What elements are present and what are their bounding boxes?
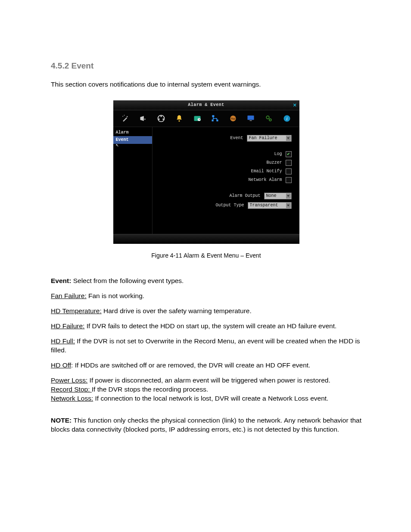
dialog-title: Alarm & Event [188, 102, 224, 108]
dialog-titlebar: Alarm & Event ✕ [113, 100, 299, 110]
buzzer-checkbox[interactable] [286, 160, 292, 166]
bell-icon[interactable] [174, 114, 184, 123]
label-network-alarm: Network Alarm [248, 177, 282, 183]
svg-point-4 [161, 115, 162, 117]
def-hd-off: HD Off: If HDDs are switched off or are … [51, 361, 361, 370]
globe-icon[interactable] [228, 114, 238, 123]
dialog-content: Event Fan Failure Log Buzzer Email Notif… [153, 127, 299, 234]
svg-text:i: i [286, 116, 287, 121]
svg-rect-10 [212, 115, 215, 117]
gears-icon[interactable] [264, 114, 274, 123]
svg-point-1 [124, 115, 125, 115]
label-buzzer: Buzzer [266, 160, 282, 166]
definitions: Event: Select from the following event t… [51, 277, 361, 403]
svg-point-6 [163, 118, 164, 120]
email-checkbox[interactable] [286, 168, 292, 174]
section-heading: 4.5.2 Event [51, 60, 361, 72]
event-dropdown[interactable]: Fan Failure [247, 135, 292, 142]
dialog-footer [113, 234, 299, 244]
def-power-loss: Power Loss: If power is disconnected, an… [51, 376, 361, 385]
label-event: Event [230, 135, 243, 141]
note-paragraph: NOTE: This function only checks the phys… [51, 416, 361, 434]
def-fan-failure: Fan Failure: Fan is not working. [51, 292, 361, 301]
svg-point-17 [269, 118, 271, 121]
info-icon[interactable]: i [282, 114, 292, 123]
sidebar-item-alarm[interactable]: Alarm [113, 129, 152, 137]
wand-icon[interactable] [121, 114, 130, 123]
def-event: Event: Select from the following event t… [51, 277, 361, 286]
label-alarm-output: Alarm Output [229, 193, 260, 199]
alarm-event-dialog: Alarm & Event ✕ i Alarm Event [113, 100, 299, 244]
log-checkbox[interactable] [286, 151, 292, 157]
svg-point-5 [159, 118, 160, 120]
reel-icon[interactable] [156, 114, 166, 123]
def-hd-failure: HD Failure: If DVR fails to detect the H… [51, 322, 361, 331]
sidebar-item-event[interactable]: Event [113, 136, 152, 144]
label-email: Email Notify [251, 168, 282, 174]
def-hd-full: HD Full: If the DVR is not set to Overwr… [51, 337, 361, 355]
figure-wrap: Alarm & Event ✕ i Alarm Event [51, 100, 361, 244]
label-log: Log [274, 151, 282, 157]
monitor-icon[interactable] [246, 114, 255, 123]
dialog-body: Alarm Event ↖ Event Fan Failure Log Buzz… [113, 127, 299, 234]
intro-text: This section covers notifications due to… [51, 80, 361, 89]
camera-icon[interactable] [139, 114, 148, 123]
toolbar: i [113, 110, 299, 127]
label-output-type: Output Type [215, 202, 244, 208]
figure-caption: Figure 4-11 Alarm & Event Menu – Event [51, 252, 361, 260]
network-icon[interactable] [210, 114, 220, 123]
clock-icon[interactable] [193, 114, 202, 123]
svg-rect-15 [250, 120, 252, 121]
svg-rect-12 [217, 119, 218, 121]
def-record-stop: Record Stop: If the DVR stops the record… [51, 385, 361, 394]
def-network-loss: Network Loss: If connection to the local… [51, 394, 361, 403]
alarm-output-dropdown[interactable]: None [264, 193, 292, 199]
document-page: 4.5.2 Event This section covers notifica… [0, 0, 411, 532]
cursor-icon: ↖ [116, 142, 119, 149]
close-icon[interactable]: ✕ [293, 101, 296, 109]
svg-rect-11 [212, 119, 214, 121]
svg-point-0 [123, 116, 124, 117]
def-hd-temperature: HD Temperature: Hard drive is over the s… [51, 307, 361, 316]
output-type-dropdown[interactable]: Transparent [248, 202, 292, 209]
svg-point-16 [266, 116, 269, 119]
chevron-down-icon [286, 136, 291, 141]
sidebar: Alarm Event [113, 127, 153, 234]
svg-rect-14 [248, 115, 254, 120]
chevron-down-icon [286, 203, 291, 208]
svg-point-7 [178, 120, 180, 121]
chevron-down-icon [286, 193, 291, 199]
network-alarm-checkbox[interactable] [286, 177, 292, 183]
svg-point-2 [144, 118, 146, 120]
